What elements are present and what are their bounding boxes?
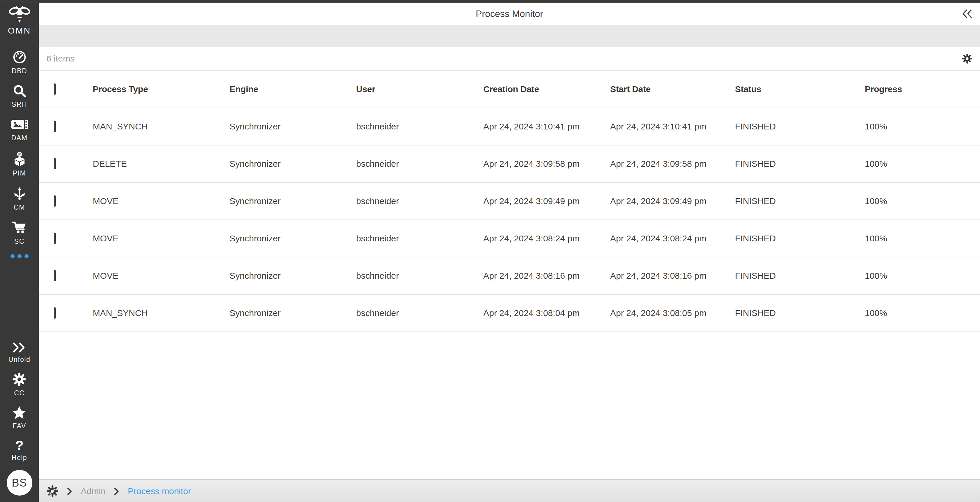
sidebar-item-cc[interactable]: CC xyxy=(12,372,26,397)
cell-progress: 100% xyxy=(865,271,980,281)
question-icon: ? xyxy=(15,439,23,452)
dot-icon xyxy=(24,254,29,258)
admin-gear-icon[interactable] xyxy=(46,485,59,497)
search-icon xyxy=(13,84,26,99)
sidebar-item-label: CM xyxy=(14,203,25,211)
chevron-right-icon xyxy=(115,488,119,495)
cell-process-type: MOVE xyxy=(93,196,229,206)
row-checkbox[interactable] xyxy=(54,195,56,207)
cell-progress: 100% xyxy=(865,234,980,243)
column-header-status[interactable]: Status xyxy=(735,84,865,94)
chevron-right-icon xyxy=(67,488,72,495)
more-modules-dots[interactable] xyxy=(11,254,29,258)
cell-process-type: MAN_SYNCH xyxy=(93,122,229,132)
cell-creation-date: Apr 24, 2024 3:08:16 pm xyxy=(483,271,610,281)
app-header: Process Monitor xyxy=(39,3,980,25)
sidebar-item-unfold[interactable]: Unfold xyxy=(8,342,30,364)
dot-icon xyxy=(18,254,22,258)
column-header-process-type[interactable]: Process Type xyxy=(93,84,229,94)
items-count: 6 items xyxy=(46,54,75,64)
column-header-engine[interactable]: Engine xyxy=(229,84,356,94)
sidebar-item-dbd[interactable]: DBD xyxy=(12,50,27,75)
sidebar-item-help[interactable]: ? Help xyxy=(12,439,27,462)
list-bar: 6 items xyxy=(39,47,980,71)
table-row[interactable]: MOVE Synchronizer bschneider Apr 24, 202… xyxy=(39,257,980,295)
user-avatar[interactable]: BS xyxy=(7,470,32,496)
cell-status: FINISHED xyxy=(735,308,865,318)
cell-creation-date: Apr 24, 2024 3:08:04 pm xyxy=(483,308,610,318)
cell-user: bschneider xyxy=(356,271,483,281)
sidebar-item-srh[interactable]: SRH xyxy=(12,84,27,108)
dot-icon xyxy=(11,254,14,258)
cell-status: FINISHED xyxy=(735,159,865,169)
table-row[interactable]: MAN_SYNCH Synchronizer bschneider Apr 24… xyxy=(39,295,980,332)
double-chevron-left-icon xyxy=(962,14,972,19)
collapse-panel-button[interactable] xyxy=(962,10,972,18)
cell-progress: 100% xyxy=(865,308,980,318)
sidebar: OMN DBD SRH xyxy=(0,0,39,502)
gear-icon xyxy=(12,372,26,388)
double-chevron-right-icon xyxy=(13,342,26,354)
cell-status: FINISHED xyxy=(735,122,865,132)
cell-creation-date: Apr 24, 2024 3:10:41 pm xyxy=(483,122,610,132)
table-row[interactable]: MOVE Synchronizer bschneider Apr 24, 202… xyxy=(39,183,980,220)
cell-start-date: Apr 24, 2024 3:08:16 pm xyxy=(610,271,735,281)
row-checkbox[interactable] xyxy=(54,158,56,169)
sidebar-item-cm[interactable]: CM xyxy=(12,187,27,211)
table-row[interactable]: MOVE Synchronizer bschneider Apr 24, 202… xyxy=(39,220,980,257)
media-icon xyxy=(11,118,28,132)
column-header-start-date[interactable]: Start Date xyxy=(610,84,735,94)
cell-process-type: MAN_SYNCH xyxy=(93,308,229,318)
cell-engine: Synchronizer xyxy=(229,308,356,318)
toolbar-strip xyxy=(39,25,980,47)
sidebar-item-label: PIM xyxy=(13,169,26,177)
cell-creation-date: Apr 24, 2024 3:09:58 pm xyxy=(483,159,610,169)
row-checkbox[interactable] xyxy=(54,270,56,281)
sidebar-item-label: DAM xyxy=(11,134,28,142)
breadcrumb-item-admin[interactable]: Admin xyxy=(81,486,106,496)
svg-text:P: P xyxy=(18,153,21,157)
breadcrumb: Admin Process monitor xyxy=(39,479,980,502)
cell-user: bschneider xyxy=(356,122,483,132)
dashboard-icon xyxy=(13,50,27,65)
star-icon xyxy=(12,406,27,420)
breadcrumb-item-process-monitor[interactable]: Process monitor xyxy=(128,486,191,496)
column-header-progress[interactable]: Progress xyxy=(865,84,980,94)
routes-icon xyxy=(12,187,27,202)
sidebar-item-sc[interactable]: SC xyxy=(12,221,27,245)
select-all-checkbox[interactable] xyxy=(54,83,56,95)
row-checkbox[interactable] xyxy=(54,233,56,244)
column-header-creation-date[interactable]: Creation Date xyxy=(483,84,610,94)
cell-creation-date: Apr 24, 2024 3:08:24 pm xyxy=(483,234,610,243)
column-header-user[interactable]: User xyxy=(356,84,483,94)
product-box-icon: P xyxy=(12,151,27,168)
row-checkbox[interactable] xyxy=(54,121,56,132)
cell-engine: Synchronizer xyxy=(229,196,356,206)
cell-progress: 100% xyxy=(865,196,980,206)
sidebar-item-pim[interactable]: P PIM xyxy=(12,151,27,177)
main-content: Process Monitor 6 items xyxy=(39,3,980,502)
sidebar-item-label: SRH xyxy=(12,100,27,108)
cell-process-type: DELETE xyxy=(93,159,229,169)
cell-start-date: Apr 24, 2024 3:08:05 pm xyxy=(610,308,735,318)
cell-start-date: Apr 24, 2024 3:08:24 pm xyxy=(610,234,735,243)
sidebar-item-fav[interactable]: FAV xyxy=(12,406,27,430)
cell-progress: 100% xyxy=(865,122,980,132)
sidebar-item-omn[interactable]: OMN xyxy=(8,6,31,36)
cell-creation-date: Apr 24, 2024 3:09:49 pm xyxy=(483,196,610,206)
cell-user: bschneider xyxy=(356,308,483,318)
row-checkbox[interactable] xyxy=(54,307,56,319)
table-row[interactable]: MAN_SYNCH Synchronizer bschneider Apr 24… xyxy=(39,108,980,146)
cell-engine: Synchronizer xyxy=(229,122,356,132)
cell-engine: Synchronizer xyxy=(229,234,356,243)
table-row[interactable]: DELETE Synchronizer bschneider Apr 24, 2… xyxy=(39,146,980,183)
cell-start-date: Apr 24, 2024 3:09:49 pm xyxy=(610,196,735,206)
cell-engine: Synchronizer xyxy=(229,159,356,169)
table-settings-button[interactable] xyxy=(962,53,972,64)
cell-process-type: MOVE xyxy=(93,234,229,243)
cart-icon xyxy=(12,221,27,236)
sidebar-item-dam[interactable]: DAM xyxy=(11,118,28,142)
cell-status: FINISHED xyxy=(735,271,865,281)
bee-logo-icon xyxy=(9,6,30,24)
cell-process-type: MOVE xyxy=(93,271,229,281)
